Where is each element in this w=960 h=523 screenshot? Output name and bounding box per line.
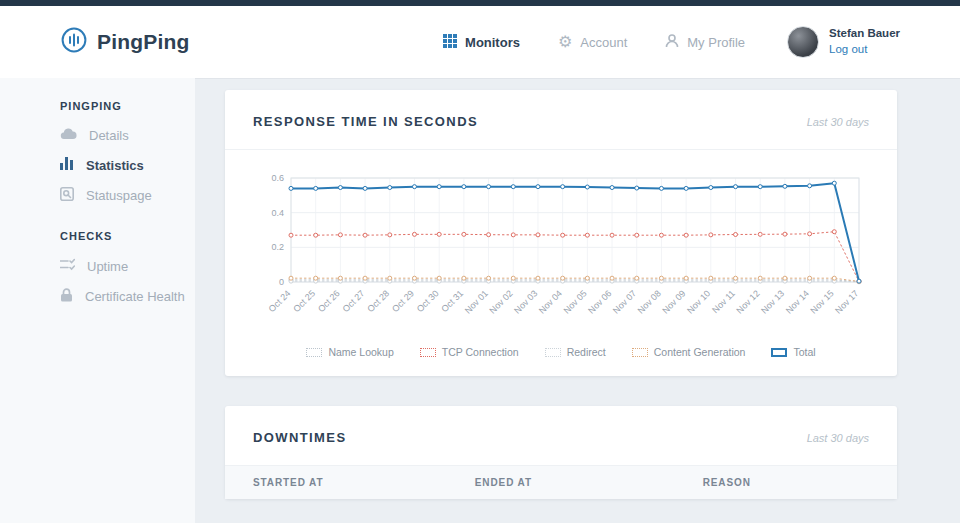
sidebar: PINGPING Details Statistics [0, 78, 195, 523]
downtimes-title: DOWNTIMES [253, 430, 346, 445]
svg-text:Oct 28: Oct 28 [365, 288, 391, 314]
user-block: Stefan Bauer Log out [787, 26, 900, 58]
brand-name: PingPing [97, 30, 190, 54]
legend-swatch [632, 348, 648, 357]
user-name: Stefan Bauer [829, 26, 900, 42]
sidebar-item-certificate-health[interactable]: Certificate Health [60, 288, 195, 305]
bar-chart-icon [60, 157, 74, 173]
lock-icon [60, 288, 73, 305]
sidebar-label-details: Details [89, 128, 129, 143]
legend-swatch [545, 348, 561, 357]
main-content: RESPONSE TIME IN SECONDS Last 30 days 00… [195, 78, 960, 523]
response-time-title: RESPONSE TIME IN SECONDS [253, 114, 478, 129]
downtimes-card: DOWNTIMES Last 30 days STARTED AT ENDED … [225, 406, 897, 499]
svg-text:Oct 27: Oct 27 [341, 288, 367, 314]
downtimes-range: Last 30 days [807, 432, 869, 444]
legend-swatch [420, 348, 436, 357]
column-reason: REASON [703, 477, 869, 488]
statuspage-icon [60, 187, 74, 204]
sidebar-section-pingping: PINGPING [60, 100, 195, 112]
legend-item: Name Lookup [306, 346, 393, 358]
nav-item-account[interactable]: ⚙ Account [558, 34, 627, 50]
nav-item-my-profile[interactable]: My Profile [665, 34, 745, 51]
svg-text:Oct 29: Oct 29 [390, 288, 416, 314]
chart-legend: Name LookupTCP ConnectionRedirectContent… [225, 338, 897, 376]
sidebar-item-details[interactable]: Details [60, 128, 195, 143]
main-nav: Monitors ⚙ Account My Profile [443, 34, 745, 51]
svg-text:Nov 03: Nov 03 [512, 288, 539, 315]
svg-text:Oct 26: Oct 26 [316, 288, 342, 314]
monitors-grid-icon [443, 34, 457, 51]
legend-item: Redirect [545, 346, 606, 358]
sidebar-label-statuspage: Statuspage [86, 188, 152, 203]
svg-text:Oct 25: Oct 25 [291, 288, 317, 314]
response-time-card: RESPONSE TIME IN SECONDS Last 30 days 00… [225, 90, 897, 376]
legend-label: Content Generation [654, 346, 746, 358]
uptime-icon [60, 258, 75, 274]
column-ended-at: ENDED AT [475, 477, 703, 488]
svg-text:0.2: 0.2 [271, 242, 284, 252]
brand-logo[interactable]: PingPing [60, 26, 190, 58]
svg-text:Oct 31: Oct 31 [439, 288, 465, 314]
response-time-chart: 00.20.40.6Oct 24Oct 25Oct 26Oct 27Oct 28… [253, 166, 869, 338]
svg-text:Nov 13: Nov 13 [759, 288, 786, 315]
sidebar-item-statistics[interactable]: Statistics [60, 157, 195, 173]
legend-label: Name Lookup [328, 346, 393, 358]
pingping-logo-icon [60, 26, 88, 58]
nav-item-monitors[interactable]: Monitors [443, 34, 520, 51]
sidebar-section-checks: CHECKS [60, 230, 195, 242]
svg-text:Nov 11: Nov 11 [710, 288, 737, 315]
downtimes-table-header: STARTED AT ENDED AT REASON [225, 466, 897, 499]
svg-text:Nov 09: Nov 09 [660, 288, 687, 315]
nav-label-monitors: Monitors [465, 35, 520, 50]
svg-text:Nov 15: Nov 15 [808, 288, 835, 315]
svg-text:Nov 06: Nov 06 [586, 288, 613, 315]
svg-text:0.4: 0.4 [271, 208, 284, 218]
sidebar-label-certificate-health: Certificate Health [85, 289, 185, 304]
nav-label-account: Account [580, 35, 627, 50]
svg-text:Nov 01: Nov 01 [463, 288, 490, 315]
svg-text:Oct 30: Oct 30 [415, 288, 441, 314]
nav-label-my-profile: My Profile [687, 35, 745, 50]
cloud-icon [60, 128, 77, 143]
legend-item: Content Generation [632, 346, 746, 358]
svg-text:Nov 07: Nov 07 [611, 288, 638, 315]
sidebar-item-uptime[interactable]: Uptime [60, 258, 195, 274]
svg-text:Nov 02: Nov 02 [487, 288, 514, 315]
svg-text:0: 0 [279, 277, 284, 287]
legend-label: TCP Connection [442, 346, 519, 358]
legend-label: Total [793, 346, 815, 358]
column-started-at: STARTED AT [253, 477, 475, 488]
person-icon [665, 34, 679, 51]
svg-text:0.6: 0.6 [271, 173, 284, 183]
sidebar-label-statistics: Statistics [86, 158, 144, 173]
svg-text:Nov 05: Nov 05 [562, 288, 589, 315]
legend-swatch [771, 348, 787, 357]
legend-swatch [306, 348, 322, 357]
svg-text:Nov 17: Nov 17 [833, 288, 860, 315]
svg-text:Nov 10: Nov 10 [685, 288, 712, 315]
legend-item: Total [771, 346, 815, 358]
avatar[interactable] [787, 26, 819, 58]
logout-link[interactable]: Log out [829, 42, 900, 58]
legend-item: TCP Connection [420, 346, 519, 358]
response-time-range: Last 30 days [807, 116, 869, 128]
sidebar-label-uptime: Uptime [87, 259, 128, 274]
sidebar-item-statuspage[interactable]: Statuspage [60, 187, 195, 204]
svg-text:Nov 14: Nov 14 [784, 288, 811, 315]
svg-text:Nov 08: Nov 08 [636, 288, 663, 315]
svg-text:Oct 24: Oct 24 [267, 288, 293, 314]
legend-label: Redirect [567, 346, 606, 358]
svg-text:Nov 12: Nov 12 [734, 288, 761, 315]
svg-text:Nov 04: Nov 04 [537, 288, 564, 315]
gear-icon: ⚙ [558, 34, 572, 50]
app-header: PingPing Monitors ⚙ Account [0, 6, 960, 78]
